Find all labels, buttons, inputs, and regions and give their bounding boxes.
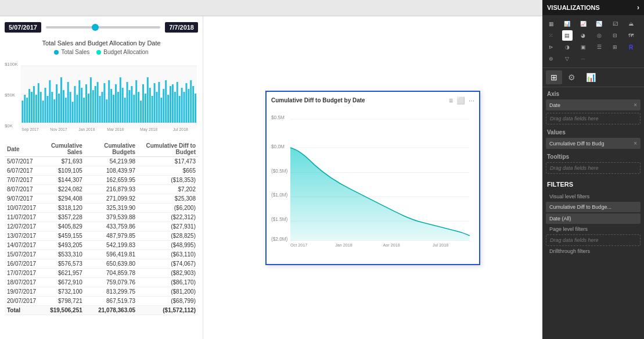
- viz-icon-map[interactable]: 🗺: [626, 30, 636, 41]
- table-cell: ($63,110): [138, 250, 198, 259]
- svg-text:Nov 2017: Nov 2017: [50, 127, 67, 131]
- viz-icon-bar[interactable]: 📊: [562, 19, 573, 29]
- date-slider[interactable]: 5/07/2017 7/7/2018: [5, 22, 198, 33]
- left-panel: 5/07/2017 7/7/2018 Total Sales and Budge…: [0, 16, 203, 339]
- filter-chip-2[interactable]: Date (All): [546, 213, 641, 224]
- viz-tab-fields[interactable]: ⊞: [546, 70, 562, 84]
- viz-icon-area[interactable]: 🗠: [610, 19, 620, 29]
- end-date-badge[interactable]: 7/7/2018: [165, 22, 198, 33]
- viz-icon-r[interactable]: R: [626, 42, 636, 52]
- viz-tab-format[interactable]: ⚙: [563, 70, 580, 84]
- svg-rect-56: [133, 95, 135, 123]
- start-date-badge[interactable]: 5/07/2017: [5, 22, 41, 33]
- viz-icon-matrix[interactable]: ⊞: [610, 42, 620, 52]
- svg-text:($1.0M): ($1.0M): [271, 192, 288, 198]
- expand-icon[interactable]: ⬜: [456, 97, 465, 105]
- viz-icon-treemap[interactable]: ⊟: [610, 30, 620, 41]
- slider-thumb[interactable]: [92, 24, 99, 31]
- svg-text:$0.5M: $0.5M: [271, 114, 285, 120]
- svg-rect-21: [53, 99, 55, 123]
- table-cell: $459,155: [38, 231, 85, 241]
- viz-icon-pie[interactable]: ◕: [578, 30, 588, 41]
- table-cell: 14/07/2017: [5, 241, 38, 250]
- table-cell: 16/07/2017: [5, 259, 38, 269]
- viz-icon-card[interactable]: ▣: [578, 42, 588, 52]
- svg-rect-52: [124, 98, 126, 123]
- svg-text:($0.5M): ($0.5M): [271, 167, 288, 173]
- viz-icon-more[interactable]: ···: [578, 53, 588, 64]
- slider-track[interactable]: [46, 26, 160, 28]
- viz-icon-area2[interactable]: ▤: [562, 30, 573, 41]
- col-date: Date: [5, 141, 38, 157]
- svg-text:Sep 2017: Sep 2017: [21, 127, 38, 132]
- axis-field-chip[interactable]: Date ×: [546, 99, 641, 110]
- svg-rect-23: [58, 94, 60, 123]
- svg-rect-75: [177, 82, 178, 123]
- viz-icon-filter2[interactable]: ▽: [562, 53, 573, 64]
- viz-icon-table[interactable]: ☰: [594, 42, 605, 52]
- collapse-icon[interactable]: ›: [637, 3, 639, 12]
- svg-rect-77: [181, 88, 183, 123]
- viz-icon-funnel[interactable]: ⊳: [546, 42, 556, 52]
- table-cell: ($27,931): [138, 222, 198, 231]
- svg-rect-63: [149, 88, 151, 123]
- svg-rect-41: [99, 96, 101, 123]
- table-cell: 6/07/2017: [5, 166, 38, 176]
- viz-icon-line[interactable]: 📉: [594, 19, 605, 29]
- table-cell: ($81,200): [138, 287, 198, 297]
- filters-label: FILTERS: [542, 177, 644, 189]
- drag-placeholder-1: Drag data fields here: [546, 113, 641, 124]
- viz-tab-analytics[interactable]: 📊: [581, 70, 600, 84]
- table-cell: 11/07/2017: [5, 213, 38, 222]
- svg-rect-82: [192, 86, 194, 123]
- svg-rect-69: [163, 89, 164, 123]
- visualizations-title: VISUALIZATIONS: [547, 4, 600, 11]
- svg-rect-73: [172, 84, 174, 123]
- svg-rect-31: [76, 95, 78, 123]
- page-level-filters-label: Page level filters: [546, 225, 641, 233]
- table-row: 14/07/2017$493,205542,199.83($48,995): [5, 241, 198, 250]
- svg-rect-17: [45, 88, 46, 123]
- table-cell: $357,228: [38, 213, 85, 222]
- footer-sales: $19,506,251: [38, 306, 85, 315]
- svg-rect-68: [160, 98, 162, 123]
- viz-icon-line-col[interactable]: 📈: [578, 19, 588, 29]
- values-field-chip[interactable]: Cumulative Diff to Budg ×: [546, 138, 641, 149]
- table-cell: 271,099.92: [85, 194, 138, 204]
- svg-rect-83: [195, 94, 196, 123]
- svg-rect-14: [38, 83, 39, 123]
- svg-rect-60: [142, 84, 144, 123]
- svg-rect-15: [40, 92, 42, 123]
- svg-rect-67: [158, 82, 160, 123]
- axis-field-remove[interactable]: ×: [634, 102, 637, 108]
- data-table: Date Cumulative Sales Cumulative Budgets…: [5, 141, 198, 315]
- viz-icon-gauge[interactable]: ◑: [562, 42, 573, 52]
- more-icon[interactable]: ···: [469, 97, 474, 105]
- chart-card-icons[interactable]: ≡ ⬜ ···: [449, 97, 474, 105]
- menu-icon[interactable]: ≡: [449, 97, 453, 105]
- svg-rect-25: [63, 90, 64, 123]
- table-cell: 13/07/2017: [5, 231, 38, 241]
- viz-icon-slicer[interactable]: ⊜: [546, 53, 556, 64]
- table-cell: 650,639.80: [85, 259, 138, 269]
- table-cell: 18/07/2017: [5, 278, 38, 287]
- svg-text:$50K: $50K: [5, 92, 16, 98]
- top-chart-svg: $100K $50K $0K: [5, 59, 198, 134]
- filter-chip-1[interactable]: Cumulative Diff to Budge...: [546, 202, 641, 212]
- svg-rect-10: [28, 89, 30, 123]
- svg-rect-72: [170, 86, 171, 123]
- svg-rect-53: [127, 82, 128, 123]
- values-field-remove[interactable]: ×: [634, 140, 637, 147]
- area-chart-svg: $0.5M $0.0M ($0.5M) ($1.0M) ($1.5M) ($2.…: [271, 107, 474, 247]
- viz-tabs[interactable]: ⊞ ⚙ 📊: [542, 68, 644, 87]
- viz-icon-donut[interactable]: ◎: [594, 30, 605, 41]
- viz-icon-stacked-bar[interactable]: ▦: [546, 19, 556, 29]
- table-row: 15/07/2017$533,310596,419.81($63,110): [5, 250, 198, 259]
- viz-icon-ribbon[interactable]: ⛰: [626, 19, 636, 29]
- svg-rect-57: [135, 80, 137, 123]
- svg-rect-47: [113, 95, 114, 123]
- table-row: 6/07/2017$109,105108,439.97$665: [5, 166, 198, 176]
- viz-icon-scatter[interactable]: ⁙: [546, 30, 556, 41]
- table-cell: 162,659.95: [85, 176, 138, 185]
- viz-icons-grid[interactable]: ▦ 📊 📈 📉 🗠 ⛰ ⁙ ▤ ◕ ◎ ⊟ 🗺 ⊳ ◑ ▣ ☰ ⊞ R ⊜ ▽ …: [542, 15, 644, 68]
